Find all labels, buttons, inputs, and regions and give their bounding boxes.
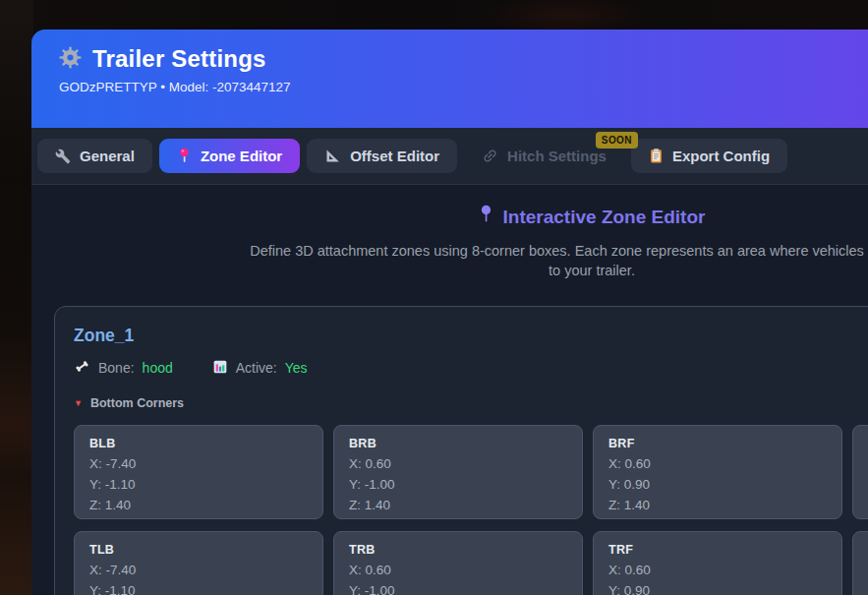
corner-box-trb[interactable]: TRB X: 0.60 Y: -1.00 Z: 3.40	[333, 531, 583, 595]
gear-icon	[59, 46, 82, 73]
bone-icon	[74, 358, 90, 378]
section-description: Define 3D attachment zones using 8-corne…	[31, 241, 868, 280]
corner-box-blb[interactable]: BLB X: -7.40 Y: -1.10 Z: 1.40	[74, 425, 323, 519]
tab-label: Hitch Settings	[507, 148, 607, 164]
pin-icon	[479, 205, 493, 229]
zone-meta-row: Bone: hood Active: Yes	[74, 358, 868, 378]
soon-badge: SOON	[596, 132, 638, 149]
zone-bone: Bone: hood	[74, 358, 173, 378]
tab-offset-editor[interactable]: Offset Editor	[307, 139, 457, 173]
bone-value: hood	[143, 360, 173, 376]
ruler-icon	[324, 148, 341, 164]
corner-box-brb[interactable]: BRB X: 0.60 Y: -1.00 Z: 1.40	[333, 425, 583, 519]
section-heading-text: Interactive Zone Editor	[503, 207, 706, 228]
bottom-corners-label: Bottom Corners	[90, 396, 184, 410]
tab-hitch-settings: Hitch Settings SOON	[464, 139, 624, 173]
zone-active: Active: Yes	[212, 359, 308, 378]
clipboard-icon	[649, 148, 664, 164]
chart-icon	[212, 359, 228, 378]
pin-icon	[177, 148, 192, 164]
tab-zone-editor[interactable]: Zone Editor	[159, 139, 300, 173]
bone-label: Bone:	[98, 360, 135, 376]
top-corners-grid: TLB X: -7.40 Y: -1.10 Z: 3.40 TRB X: 0.6…	[74, 531, 868, 595]
game-background-left	[0, 0, 33, 595]
zone-title: Zone_1	[74, 326, 868, 346]
tab-label: Export Config	[672, 148, 770, 164]
section-heading: Interactive Zone Editor	[31, 205, 868, 229]
tab-export-config[interactable]: Export Config	[631, 139, 787, 173]
tab-bar: General Zone Editor Offset Editor	[31, 128, 868, 185]
triangle-down-icon: ▼	[74, 399, 83, 408]
window-subtitle: GODzPRETTYP • Model: -2073447127	[59, 80, 868, 94]
corner-box-tlf[interactable]: TLF X: -7.40 Y: 0.90 Z: 3.40	[852, 531, 868, 595]
zone-card: Zone_1 Bon	[54, 306, 868, 595]
trailer-settings-window: Trailer Settings GODzPRETTYP • Model: -2…	[31, 30, 868, 595]
tab-label: General	[80, 148, 135, 164]
corner-box-brf[interactable]: BRF X: 0.60 Y: 0.90 Z: 1.40	[593, 425, 842, 519]
window-header: Trailer Settings GODzPRETTYP • Model: -2…	[31, 30, 868, 128]
tab-label: Zone Editor	[201, 148, 282, 164]
bottom-corners-grid: BLB X: -7.40 Y: -1.10 Z: 1.40 BRB X: 0.6…	[74, 425, 868, 519]
corner-box-blf[interactable]: BLF X: -7.40 Y: 0.90 Z: 1.40	[852, 425, 868, 519]
active-label: Active:	[236, 360, 277, 376]
window-title: Trailer Settings	[92, 45, 266, 73]
corner-box-tlb[interactable]: TLB X: -7.40 Y: -1.10 Z: 3.40	[74, 531, 323, 595]
game-background-top	[33, 0, 868, 31]
tab-general[interactable]: General	[37, 139, 152, 173]
wrench-icon	[55, 149, 71, 164]
tab-label: Offset Editor	[350, 148, 439, 164]
zone-editor-panel: Interactive Zone Editor Define 3D attach…	[31, 185, 868, 595]
link-icon	[482, 148, 498, 164]
bottom-corners-toggle[interactable]: ▼ Bottom Corners	[74, 396, 868, 410]
corner-box-trf[interactable]: TRF X: 0.60 Y: 0.90 Z: 3.40	[593, 531, 842, 595]
active-value: Yes	[285, 360, 308, 376]
